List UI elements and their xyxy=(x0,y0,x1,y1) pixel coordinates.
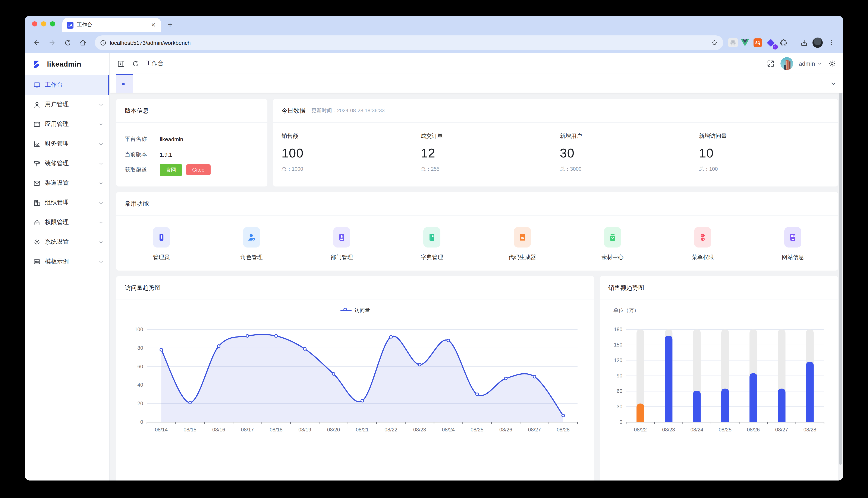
sidebar-item-system-settings[interactable]: 系统设置 xyxy=(25,232,109,252)
user-menu[interactable]: admin xyxy=(799,60,822,67)
app-card-icon xyxy=(33,120,41,128)
row-label: 当前版本 xyxy=(125,150,160,158)
gear-icon xyxy=(828,60,836,67)
stat-total: 总：1000 xyxy=(281,166,421,173)
collapse-sidebar-button[interactable] xyxy=(117,59,125,68)
tab-close-icon[interactable]: ✕ xyxy=(150,22,157,28)
visits-line-chart[interactable]: 02040608010008/1408/1508/1608/1708/1808/… xyxy=(125,315,586,445)
downloads-button[interactable] xyxy=(797,36,811,50)
bookmark-star-icon[interactable] xyxy=(711,39,718,46)
function-roles[interactable]: 角色管理 xyxy=(206,227,297,261)
active-tab-dot xyxy=(122,82,125,85)
fullscreen-button[interactable] xyxy=(766,59,775,68)
diamond-extension-icon[interactable]: 5 xyxy=(765,37,776,48)
url-text: localhost:5173/admin/workbench xyxy=(110,39,707,46)
close-window-button[interactable] xyxy=(32,21,37,26)
sidebar-item-organization[interactable]: 组织管理 xyxy=(25,193,109,212)
new-tab-button[interactable]: + xyxy=(164,19,176,30)
sidebar-item-label: 财务管理 xyxy=(45,140,94,148)
sidebar-item-label: 装修管理 xyxy=(45,160,94,167)
tabs-dropdown-button[interactable] xyxy=(830,80,837,87)
back-button[interactable] xyxy=(30,36,43,50)
app-logo[interactable]: likeadmin xyxy=(25,53,109,75)
page-tab-workbench[interactable] xyxy=(116,74,133,93)
svg-text:60: 60 xyxy=(617,388,622,394)
stat-label: 新增访问量 xyxy=(699,132,838,140)
svg-text:08/26: 08/26 xyxy=(499,427,512,432)
browser-menu-button[interactable] xyxy=(825,36,838,50)
function-code-generator[interactable]: 代码生成器 xyxy=(477,227,567,261)
sq-extension-icon[interactable]: SQ xyxy=(752,37,763,48)
sidebar-item-decoration[interactable]: 装修管理 xyxy=(25,154,109,173)
function-admin[interactable]: 管理员 xyxy=(116,227,206,261)
browser-profile-avatar[interactable] xyxy=(813,38,823,48)
extension-badge: 5 xyxy=(773,44,778,50)
function-menu-permissions[interactable]: 菜单权限 xyxy=(658,227,748,261)
function-departments[interactable]: 部门管理 xyxy=(297,227,387,261)
settings-button[interactable] xyxy=(828,59,837,68)
sidebar-item-template-examples[interactable]: 模板示例 xyxy=(25,252,109,272)
stat-total: 总：100 xyxy=(699,166,838,173)
function-material-center[interactable]: 素材中心 xyxy=(567,227,658,261)
page-scrollbar-thumb[interactable] xyxy=(839,93,842,465)
sidebar: likeadmin 工作台 用户管理 应用管理 xyxy=(25,53,110,481)
back-icon xyxy=(33,39,41,47)
minimize-window-button[interactable] xyxy=(41,21,46,26)
address-bar[interactable]: localhost:5173/admin/workbench xyxy=(95,36,723,50)
function-label: 字典管理 xyxy=(421,253,443,261)
browser-toolbar: localhost:5173/admin/workbench SQ 5 xyxy=(25,32,843,53)
function-label: 管理员 xyxy=(153,253,169,261)
gitee-button[interactable]: Gitee xyxy=(186,164,210,175)
page-tabs-bar xyxy=(110,74,843,93)
user-avatar[interactable] xyxy=(780,57,793,70)
function-site-info[interactable]: 网站信息 xyxy=(748,227,838,261)
svg-text:60: 60 xyxy=(137,364,143,369)
sidebar-item-label: 应用管理 xyxy=(45,120,94,128)
sidebar-item-workbench[interactable]: 工作台 xyxy=(25,75,109,95)
current-version-row: 当前版本 1.9.1 xyxy=(125,147,259,162)
sidebar-item-channels[interactable]: 渠道设置 xyxy=(25,173,109,193)
code-window-icon xyxy=(518,233,527,242)
zoom-window-button[interactable] xyxy=(50,21,55,26)
svg-text:08/19: 08/19 xyxy=(298,427,311,432)
menu-auth-toggles-icon xyxy=(698,233,707,242)
sidebar-item-finance[interactable]: 财务管理 xyxy=(25,134,109,154)
extensions-puzzle-icon[interactable] xyxy=(778,37,789,48)
svg-text:08/23: 08/23 xyxy=(662,427,675,432)
card-title: 销售额趋势图 xyxy=(608,284,644,292)
template-card-icon xyxy=(33,258,41,265)
main-area: 工作台 admin xyxy=(110,53,843,481)
channels-row: 获取渠道 官网 Gitee xyxy=(125,162,259,178)
common-functions-card: 常用功能 管理员 xyxy=(116,192,838,271)
svg-text:08/27: 08/27 xyxy=(528,427,541,432)
home-button[interactable] xyxy=(76,36,90,50)
function-dictionary[interactable]: 字典管理 xyxy=(387,227,477,261)
building-icon xyxy=(33,199,41,206)
react-devtools-extension-icon[interactable] xyxy=(728,38,738,47)
sales-bar-chart[interactable]: 030609012015018008/2208/2308/2408/2508/2… xyxy=(608,315,830,445)
browser-window: LA 工作台 ✕ + localhost:5173/admin/workben xyxy=(25,16,843,481)
browser-tab[interactable]: LA 工作台 ✕ xyxy=(62,18,161,32)
forward-icon xyxy=(48,39,56,47)
official-site-button[interactable]: 官网 xyxy=(160,163,182,176)
role-user-gear-icon xyxy=(247,233,256,242)
sidebar-item-users[interactable]: 用户管理 xyxy=(25,95,109,114)
chart-legend[interactable]: 访问量 xyxy=(116,306,594,315)
function-label: 代码生成器 xyxy=(508,253,536,261)
forward-button[interactable] xyxy=(45,36,59,50)
material-center-icon xyxy=(608,233,617,242)
vue-devtools-extension-icon[interactable] xyxy=(739,37,751,48)
sidebar-item-label: 组织管理 xyxy=(45,199,94,207)
reload-button[interactable] xyxy=(61,36,74,50)
dictionary-book-icon xyxy=(427,233,437,242)
refresh-page-button[interactable] xyxy=(131,59,140,68)
app-logo-text: likeadmin xyxy=(47,60,81,68)
tab-title: 工作台 xyxy=(77,21,146,29)
platform-name-row: 平台名称 likeadmin xyxy=(125,131,259,147)
sidebar-item-applications[interactable]: 应用管理 xyxy=(25,114,109,134)
stat-label: 新增用户 xyxy=(560,132,699,140)
svg-text:100: 100 xyxy=(135,326,143,332)
sidebar-item-permissions[interactable]: 权限管理 xyxy=(25,212,109,232)
svg-text:08/17: 08/17 xyxy=(241,427,254,432)
likeadmin-logo-icon xyxy=(33,59,43,69)
